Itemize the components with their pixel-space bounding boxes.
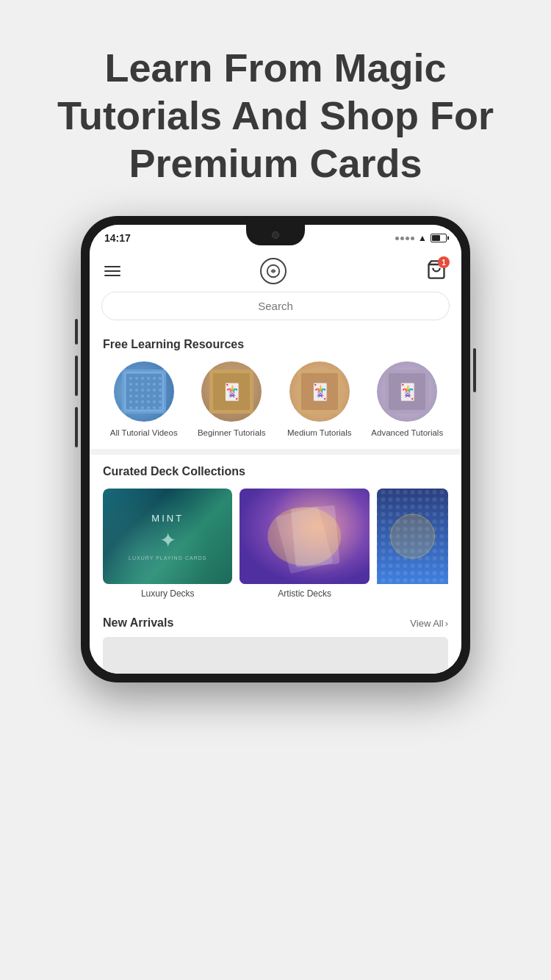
hero-section: Learn From Magic Tutorials And Shop For … <box>0 0 551 216</box>
svg-point-17 <box>268 507 342 566</box>
cart-badge: 1 <box>438 256 450 268</box>
tutorial-item-all[interactable]: All Tutorial Videos <box>103 361 185 439</box>
tutorial-label-beginner: Beginner Tutorials <box>198 428 266 439</box>
power-button <box>473 348 476 392</box>
phone-wrapper: 14:17 ▲ <box>37 216 514 682</box>
tutorial-circle-all <box>114 361 174 422</box>
new-arrivals-header: New Arrivals View All › <box>90 606 461 637</box>
signal-icon <box>395 237 414 240</box>
deck-artistic-image <box>240 489 369 584</box>
search-bar <box>101 292 450 320</box>
tutorial-label-advanced: Advanced Tutorials <box>371 428 443 439</box>
deck-card-luxury[interactable]: MINT ✦ LUXURY PLAYING CARDS Luxury Decks <box>103 489 232 599</box>
svg-rect-19 <box>291 505 340 568</box>
tutorial-circle-medium: 🃏 <box>289 361 350 422</box>
phone-screen: 14:17 ▲ <box>90 225 461 674</box>
svg-point-23 <box>390 514 434 558</box>
svg-text:🃏: 🃏 <box>397 382 418 402</box>
status-icons: ▲ <box>395 233 447 243</box>
battery-icon <box>431 234 447 242</box>
deck-card-artistic[interactable]: Artistic Decks <box>240 489 369 599</box>
deck-card-partial[interactable] <box>377 489 448 599</box>
volume-up-button <box>75 356 78 396</box>
deck-collections-section: Curated Deck Collections MINT ✦ LUXURY P… <box>90 455 461 606</box>
cart-button[interactable]: 1 <box>426 259 447 283</box>
deck-artistic-label: Artistic Decks <box>240 588 369 599</box>
menu-button[interactable] <box>104 266 120 276</box>
phone-frame: 14:17 ▲ <box>81 216 470 682</box>
status-time: 14:17 <box>104 232 131 244</box>
tutorial-grid: All Tutorial Videos 🃏 <box>103 361 448 439</box>
tutorial-item-advanced[interactable]: 🃏 Advanced Tutorials <box>367 361 449 439</box>
view-all-button[interactable]: View All › <box>410 618 448 629</box>
volume-down-button <box>75 407 78 447</box>
new-arrivals-strip <box>103 637 448 674</box>
app-logo <box>260 258 287 284</box>
phone-notch <box>246 225 305 245</box>
section-divider <box>90 449 461 455</box>
svg-rect-16 <box>240 489 369 584</box>
app-header: 1 <box>90 248 461 292</box>
tutorial-circle-advanced: 🃏 <box>377 361 437 422</box>
search-input[interactable] <box>101 292 450 320</box>
chevron-right-icon: › <box>445 618 448 629</box>
svg-text:🃏: 🃏 <box>309 382 330 402</box>
deck-luxury-label: Luxury Decks <box>103 588 232 599</box>
tutorial-label-all: All Tutorial Videos <box>110 428 178 439</box>
new-arrivals-title: New Arrivals <box>103 616 173 630</box>
wifi-icon: ▲ <box>418 233 427 243</box>
svg-rect-6 <box>126 374 162 409</box>
deck-luxury-image: MINT ✦ LUXURY PLAYING CARDS <box>103 489 232 584</box>
deck-collections-title: Curated Deck Collections <box>103 465 448 478</box>
silent-button <box>75 319 78 345</box>
svg-rect-18 <box>276 506 334 574</box>
svg-text:🃏: 🃏 <box>222 382 242 402</box>
free-resources-title: Free Learning Resources <box>103 338 448 351</box>
tutorial-item-medium[interactable]: 🃏 Medium Tutorials <box>278 361 361 439</box>
app-content: 1 Free Learning Resources <box>90 248 461 674</box>
tutorial-label-medium: Medium Tutorials <box>287 428 352 439</box>
tutorial-item-beginner[interactable]: 🃏 Beginner Tutorials <box>191 361 273 439</box>
camera-dot <box>272 231 279 239</box>
free-resources-section: Free Learning Resources <box>90 331 461 449</box>
deck-grid: MINT ✦ LUXURY PLAYING CARDS Luxury Decks <box>103 489 448 599</box>
tutorial-circle-beginner: 🃏 <box>201 361 262 422</box>
deck-partial-image <box>377 489 448 584</box>
hero-title: Learn From Magic Tutorials And Shop For … <box>44 44 507 187</box>
